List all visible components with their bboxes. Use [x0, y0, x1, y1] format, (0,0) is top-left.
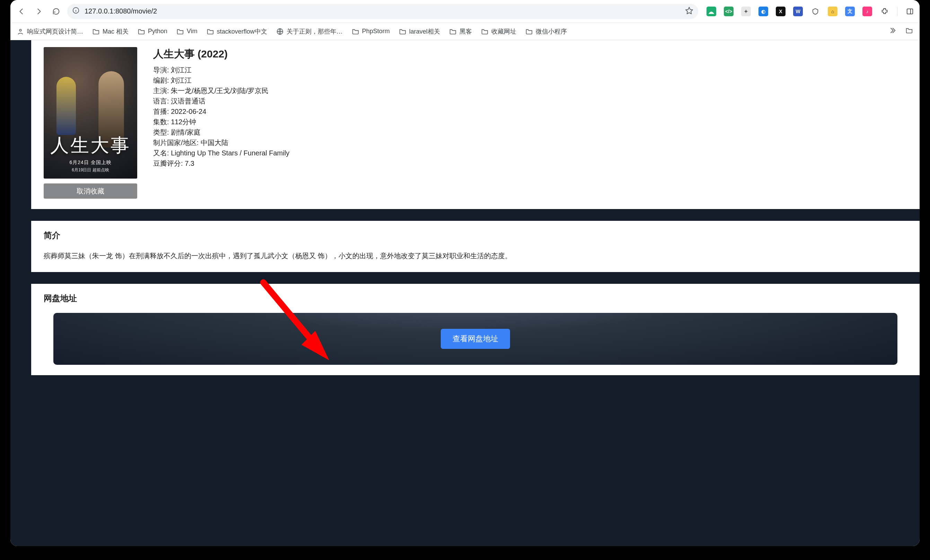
side-panel-icon[interactable]	[905, 6, 915, 16]
bookmark-label: 黑客	[459, 28, 472, 36]
bookmark-folder[interactable]: stackoverflow中文	[206, 28, 267, 36]
unfavorite-button[interactable]: 取消收藏	[44, 183, 137, 199]
section-heading: 简介	[44, 230, 907, 241]
bookmark-folder[interactable]: Mac 相关	[92, 28, 129, 36]
poster-title: 人生大事	[50, 133, 131, 158]
extension-icon[interactable]: W	[793, 6, 803, 16]
url-text: 127.0.0.1:8080/movie/2	[85, 7, 680, 15]
extensions-strip: </> ✦ ◐ X W ⌂ 文 ♪	[703, 6, 915, 16]
svg-marker-3	[686, 7, 693, 14]
bookmark-label: 关于正则，那些年…	[286, 28, 343, 36]
extension-icon[interactable]: 文	[845, 6, 855, 16]
back-button[interactable]	[15, 5, 28, 18]
svg-rect-4	[907, 9, 913, 14]
bookmark-folder[interactable]: 收藏网址	[481, 28, 516, 36]
meta-label: 又名:	[153, 149, 169, 157]
svg-point-6	[19, 29, 22, 31]
address-bar[interactable]: 127.0.0.1:8080/movie/2	[67, 4, 698, 19]
bookmark-folder[interactable]: 微信小程序	[525, 28, 567, 36]
poster-subtitle-2: 6月19日日 超前点映	[72, 167, 109, 173]
bookmarks-bar: 响应式网页设计简… Mac 相关 Python Vim stackoverflo…	[11, 23, 919, 40]
bookmark-label: Mac 相关	[103, 28, 129, 36]
bookmark-folder[interactable]: Python	[137, 28, 167, 35]
extension-icon[interactable]: </>	[724, 6, 733, 16]
bookmark-label: PhpStorm	[362, 28, 390, 35]
poster-subtitle: 6月24日 全国上映	[69, 160, 111, 166]
meta-value: 汉语普通话	[171, 97, 205, 105]
meta-label: 编剧:	[153, 77, 169, 84]
bookmark-label: Python	[148, 28, 167, 35]
bookmark-star-icon[interactable]	[685, 6, 693, 16]
meta-value: 112分钟	[171, 118, 196, 126]
synopsis-text: 殡葬师莫三妹（朱一龙 饰）在刑满释放不久后的一次出殡中，遇到了孤儿武小文（杨恩又…	[44, 250, 907, 262]
divider	[897, 7, 898, 16]
movie-title: 人生大事 (2022)	[153, 47, 907, 61]
page-viewport[interactable]: 人生大事 6月24日 全国上映 6月19日日 超前点映 取消收藏 人生大事 (2…	[11, 40, 919, 546]
synopsis-card: 简介 殡葬师莫三妹（朱一龙 饰）在刑满释放不久后的一次出殡中，遇到了孤儿武小文（…	[31, 221, 919, 272]
bookmark-folder[interactable]: laravel相关	[399, 28, 440, 36]
extension-icon[interactable]: ♪	[862, 6, 872, 16]
meta-label: 豆瓣评分:	[153, 160, 183, 167]
extension-icon[interactable]: ✦	[741, 6, 751, 16]
meta-label: 集数:	[153, 118, 169, 126]
extension-icon[interactable]	[810, 6, 820, 16]
bookmark-folder[interactable]: 黑客	[449, 28, 472, 36]
movie-poster: 人生大事 6月24日 全国上映 6月19日日 超前点映	[44, 47, 137, 179]
bookmark-label: stackoverflow中文	[217, 28, 267, 36]
meta-label: 导演:	[153, 66, 169, 74]
netdisk-card: 网盘地址 查看网盘地址	[31, 284, 919, 375]
extensions-menu-icon[interactable]	[880, 6, 890, 16]
bookmark-label: 响应式网页设计简…	[27, 28, 83, 36]
bookmark-label: 收藏网址	[491, 28, 516, 36]
meta-value: 7.3	[185, 160, 194, 167]
meta-value: 剧情/家庭	[171, 129, 201, 136]
bookmark-folder[interactable]: Vim	[176, 28, 197, 35]
meta-label: 主演:	[153, 87, 169, 95]
extension-icon[interactable]: ⌂	[828, 6, 838, 16]
site-info-icon[interactable]	[72, 6, 80, 16]
bookmark-item[interactable]: 关于正则，那些年…	[276, 28, 343, 36]
meta-value: Lighting Up The Stars / Funeral Family	[171, 149, 289, 157]
meta-value: 刘江江	[171, 66, 192, 74]
bookmark-label: laravel相关	[409, 28, 440, 36]
meta-value: 中国大陆	[201, 139, 228, 146]
meta-label: 制片国家/地区:	[153, 139, 199, 146]
bookmarks-overflow-icon[interactable]	[888, 27, 896, 36]
extension-icon[interactable]: ◐	[759, 6, 768, 16]
meta-label: 语言:	[153, 97, 169, 105]
extension-icon[interactable]: X	[776, 6, 785, 16]
meta-value: 朱一龙/杨恩又/王戈/刘陆/罗京民	[171, 87, 268, 95]
forward-button[interactable]	[32, 5, 45, 18]
reload-button[interactable]	[50, 5, 62, 18]
meta-label: 首播:	[153, 107, 169, 115]
meta-label: 类型:	[153, 129, 169, 136]
movie-header-card: 人生大事 6月24日 全国上映 6月19日日 超前点映 取消收藏 人生大事 (2…	[31, 40, 919, 209]
netdisk-panel: 查看网盘地址	[53, 313, 898, 365]
bookmark-item[interactable]: 响应式网页设计简…	[17, 28, 83, 36]
extension-icon[interactable]	[707, 6, 716, 16]
browser-window: 127.0.0.1:8080/movie/2 </> ✦ ◐ X W ⌂ 文 ♪…	[11, 0, 919, 546]
bookmark-folder[interactable]: PhpStorm	[352, 28, 390, 35]
meta-value: 2022-06-24	[171, 107, 206, 115]
section-heading: 网盘地址	[44, 293, 907, 304]
browser-toolbar: 127.0.0.1:8080/movie/2 </> ✦ ◐ X W ⌂ 文 ♪	[11, 0, 919, 23]
movie-meta: 人生大事 (2022) 导演: 刘江江 编剧: 刘江江 主演: 朱一龙/杨恩又/…	[153, 47, 907, 169]
view-netdisk-button[interactable]: 查看网盘地址	[441, 329, 510, 349]
bookmark-label: Vim	[187, 28, 197, 35]
bookmark-label: 微信小程序	[536, 28, 567, 36]
other-bookmarks-icon[interactable]	[905, 27, 913, 36]
meta-value: 刘江江	[171, 77, 192, 84]
